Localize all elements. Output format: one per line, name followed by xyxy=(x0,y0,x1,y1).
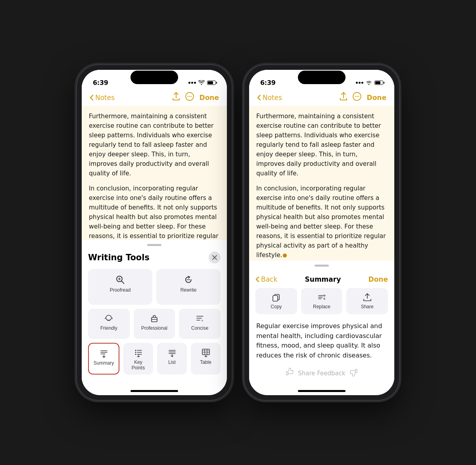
more-nav-icon-right[interactable] xyxy=(353,92,361,103)
phone-right: 6:39 Notes xyxy=(244,65,399,400)
key-points-button[interactable]: Key Points xyxy=(123,343,153,375)
summary-icon xyxy=(100,349,108,358)
panel-header: Writing Tools xyxy=(88,252,221,263)
share-action-icon xyxy=(363,293,372,302)
thumbs-up-icon xyxy=(285,368,294,377)
share-action-button[interactable]: Share xyxy=(346,288,388,314)
feedback-label: Share Feedback xyxy=(298,370,345,377)
concise-icon xyxy=(196,314,204,323)
screen-left: 6:39 N xyxy=(82,70,227,395)
summary-back-label: Back xyxy=(261,275,277,283)
signal-dots xyxy=(188,82,196,84)
rewrite-icon xyxy=(183,275,194,285)
back-button-left[interactable]: Notes xyxy=(90,94,115,102)
svg-point-1 xyxy=(187,96,188,97)
note-para-1-left: Furthermore, maintaining a consistent ex… xyxy=(89,111,220,178)
status-time: 6:39 xyxy=(93,79,108,86)
table-icon xyxy=(202,348,210,357)
tools-row-1: Proofread Rewrite xyxy=(88,269,221,305)
panel-handle xyxy=(147,244,161,246)
chevron-left-icon xyxy=(90,94,94,101)
svg-rect-38 xyxy=(273,296,278,301)
replace-icon xyxy=(317,293,326,302)
close-icon xyxy=(212,255,217,260)
done-button-left[interactable]: Done xyxy=(200,94,219,102)
home-bar xyxy=(131,390,178,392)
back-label-right: Notes xyxy=(263,94,282,102)
share-nav-icon[interactable] xyxy=(173,92,180,103)
home-bar-right xyxy=(298,390,345,392)
list-label: List xyxy=(168,359,176,365)
share-nav-icon-right[interactable] xyxy=(340,92,347,103)
table-button[interactable]: Table xyxy=(191,343,221,375)
professional-button[interactable]: Professional xyxy=(134,309,175,339)
summary-title: Summary xyxy=(305,275,341,283)
tools-row-3: Summary Key Points xyxy=(88,343,221,375)
chevron-left-summary-icon xyxy=(255,276,259,282)
home-indicator-left xyxy=(82,386,227,395)
done-button-right[interactable]: Done xyxy=(367,94,386,102)
dynamic-island xyxy=(131,71,178,84)
battery-icon xyxy=(207,81,216,85)
summary-button[interactable]: Summary xyxy=(88,343,119,375)
rewrite-label: Rewrite xyxy=(180,287,197,293)
svg-point-3 xyxy=(190,96,192,97)
friendly-label: Friendly xyxy=(100,325,117,331)
close-panel-button[interactable] xyxy=(209,252,221,263)
proofread-button[interactable]: Proofread xyxy=(88,269,152,305)
more-nav-icon[interactable] xyxy=(185,92,194,103)
back-button-right[interactable]: Notes xyxy=(257,94,282,102)
svg-point-19 xyxy=(135,350,136,351)
note-para-2-left: In conclusion, incorporating regular exe… xyxy=(89,184,220,240)
nav-actions-right: Done xyxy=(340,92,386,103)
status-icons xyxy=(188,80,216,85)
summary-panel: Back Summary Done Copy xyxy=(249,261,394,386)
svg-point-34 xyxy=(355,96,356,97)
dynamic-island-right xyxy=(298,71,345,84)
feedback-row: Share Feedback xyxy=(255,368,388,379)
back-label-left: Notes xyxy=(95,94,115,102)
summary-text: Regular exercise improves physical and m… xyxy=(255,321,388,361)
thumbs-up-button[interactable] xyxy=(285,368,294,379)
svg-point-36 xyxy=(358,96,359,97)
key-points-label: Key Points xyxy=(127,359,149,371)
list-icon xyxy=(168,348,177,357)
note-content-left: Furthermore, maintaining a consistent ex… xyxy=(82,106,227,240)
list-button[interactable]: List xyxy=(157,343,187,375)
summary-nav: Back Summary Done xyxy=(255,272,388,288)
nav-bar-right: Notes Done xyxy=(249,90,394,106)
copy-icon xyxy=(272,293,280,302)
share-label: Share xyxy=(361,304,374,309)
phone-left: 6:39 N xyxy=(77,65,232,400)
proofread-label: Proofread xyxy=(110,287,131,293)
svg-rect-27 xyxy=(202,349,209,355)
rewrite-button[interactable]: Rewrite xyxy=(156,269,221,305)
battery-icon-right xyxy=(374,81,383,85)
panel-handle-right xyxy=(315,265,329,267)
thumbs-down-button[interactable] xyxy=(349,368,358,379)
chevron-left-icon-right xyxy=(257,94,261,101)
tools-row-2: Friendly Professional xyxy=(88,309,221,339)
wifi-icon xyxy=(198,80,205,85)
summary-actions: Copy Replace Share xyxy=(255,288,388,314)
friendly-button[interactable]: Friendly xyxy=(88,309,130,339)
replace-button[interactable]: Replace xyxy=(301,288,343,314)
cursor-dot-right xyxy=(283,254,287,257)
nav-bar-left: Notes Done xyxy=(82,90,227,106)
signal-dots-right xyxy=(356,82,363,84)
panel-title: Writing Tools xyxy=(88,253,150,262)
summary-label: Summary xyxy=(94,360,114,366)
status-icons-right xyxy=(356,80,383,85)
summary-back-button[interactable]: Back xyxy=(255,275,277,283)
replace-label: Replace xyxy=(313,304,330,309)
nav-actions-left: Done xyxy=(173,92,219,103)
note-para-2-right: In conclusion, incorporating regular exe… xyxy=(256,184,387,260)
svg-point-21 xyxy=(135,354,136,355)
concise-button[interactable]: Concise xyxy=(179,309,221,339)
key-points-icon xyxy=(134,348,143,357)
copy-label: Copy xyxy=(271,304,282,309)
home-indicator-right xyxy=(249,386,394,395)
copy-button[interactable]: Copy xyxy=(255,288,297,314)
summary-done-button[interactable]: Done xyxy=(369,275,388,283)
professional-label: Professional xyxy=(141,325,167,331)
